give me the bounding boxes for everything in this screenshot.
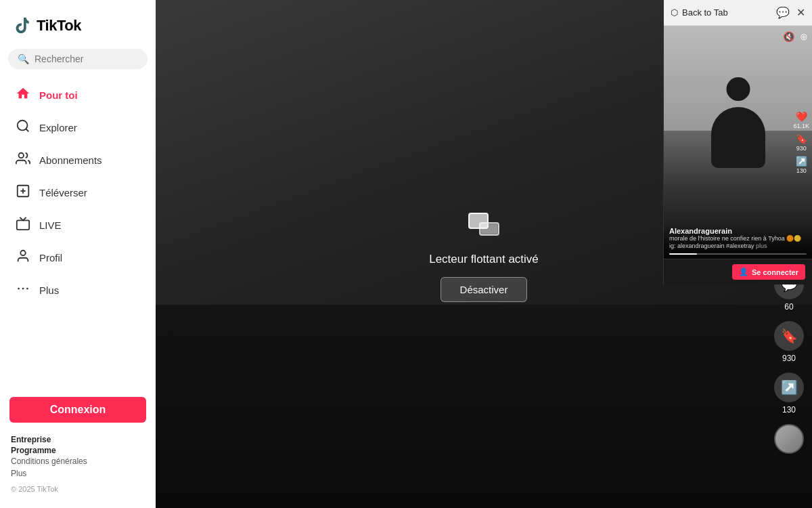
sidebar-item-abonnements[interactable]: Abonnements bbox=[4, 144, 152, 176]
svg-point-10 bbox=[26, 288, 28, 290]
pip-bottom-area: Alexandraguerain morale de l'histoire ne… bbox=[664, 223, 812, 259]
explorer-label: Explorer bbox=[39, 122, 77, 133]
live-label: LIVE bbox=[39, 219, 62, 231]
comment-count: 60 bbox=[784, 302, 793, 312]
back-icon: ⬡ bbox=[671, 7, 678, 18]
floating-player-icon bbox=[466, 207, 501, 242]
svg-point-8 bbox=[18, 288, 20, 290]
pip-share-button[interactable]: ↗️ 130 bbox=[796, 156, 807, 174]
profil-icon bbox=[15, 249, 31, 267]
svg-rect-0 bbox=[11, 15, 32, 37]
live-icon bbox=[15, 216, 31, 234]
share-button[interactable]: ↗️ 130 bbox=[774, 373, 804, 415]
se-connecter-button[interactable]: 👤 Se connecter bbox=[732, 264, 805, 280]
music-disc bbox=[774, 424, 804, 454]
search-input[interactable] bbox=[35, 54, 138, 64]
pip-volume-icon[interactable]: 🔇 bbox=[783, 31, 794, 42]
search-icon: 🔍 bbox=[18, 54, 29, 64]
floating-player-overlay: Lecteur flottant activé Désactiver bbox=[429, 207, 539, 302]
pip-video-area: 🔇 ⊕ ❤️ 61.1K 🔖 930 ↗️ 130 bbox=[664, 26, 812, 259]
back-to-tab-button[interactable]: ⬡ Back to Tab bbox=[671, 7, 728, 18]
floating-player-text: Lecteur flottant activé bbox=[429, 253, 539, 266]
footer-plus[interactable]: Plus bbox=[11, 469, 145, 478]
pip-controls-top: 🔇 ⊕ bbox=[783, 31, 808, 42]
svg-point-2 bbox=[19, 153, 24, 158]
svg-rect-13 bbox=[481, 224, 497, 234]
se-connecter-label: Se connecter bbox=[752, 268, 798, 276]
svg-point-9 bbox=[22, 288, 24, 290]
bookmark-button[interactable]: 🔖 930 bbox=[774, 321, 804, 363]
sidebar-item-explorer[interactable]: Explorer bbox=[4, 112, 152, 144]
sidebar-item-plus[interactable]: Plus bbox=[4, 274, 152, 306]
pip-panel: ⬡ Back to Tab 💬 ✕ 🔇 ⊕ bbox=[663, 0, 812, 284]
bookmark-icon: 🔖 bbox=[774, 321, 804, 351]
footer-programme[interactable]: Programme bbox=[11, 446, 145, 455]
sidebar: TikTok 🔍 Pour toi Explorer Abonnements bbox=[0, 0, 156, 508]
pip-header-icons: 💬 ✕ bbox=[776, 6, 805, 19]
back-to-tab-label: Back to Tab bbox=[682, 7, 728, 18]
explore-icon bbox=[15, 119, 31, 137]
pip-like-count: 61.1K bbox=[793, 123, 809, 129]
desactiver-button[interactable]: Désactiver bbox=[441, 277, 528, 302]
pip-bookmark-count: 930 bbox=[796, 145, 807, 152]
sidebar-item-live[interactable]: LIVE bbox=[4, 209, 152, 241]
plus-label: Plus bbox=[39, 284, 59, 296]
pour-toi-label: Pour toi bbox=[39, 89, 78, 101]
pip-bookmark-icon: 🔖 bbox=[796, 133, 807, 144]
profil-label: Profil bbox=[39, 252, 62, 263]
pip-share-icon: ↗️ bbox=[796, 156, 807, 167]
nav-items: Pour toi Explorer Abonnements Téléverser bbox=[0, 76, 156, 391]
sidebar-item-profil[interactable]: Profil bbox=[4, 242, 152, 274]
more-icon bbox=[15, 281, 31, 299]
pip-username: Alexandraguerain bbox=[669, 227, 807, 235]
footer-copyright: © 2025 TikTok bbox=[0, 481, 156, 500]
pip-bookmark-button[interactable]: 🔖 930 bbox=[796, 133, 807, 152]
pip-share-count: 130 bbox=[796, 167, 807, 174]
pip-header: ⬡ Back to Tab 💬 ✕ bbox=[664, 0, 812, 26]
se-connecter-icon: 👤 bbox=[739, 268, 748, 276]
pip-progress-bar[interactable] bbox=[669, 253, 807, 255]
main-video-area: Lecteur flottant activé Désactiver + ❤️ … bbox=[156, 0, 812, 508]
pip-desc-text: morale de l'histoire ne confiez rien à T… bbox=[669, 235, 801, 250]
logo-text: TikTok bbox=[37, 17, 81, 35]
share-icon: ↗️ bbox=[774, 373, 804, 402]
upload-icon bbox=[15, 184, 31, 202]
svg-rect-6 bbox=[17, 220, 29, 230]
sidebar-item-televerser[interactable]: Téléverser bbox=[4, 177, 152, 209]
pip-progress-fill bbox=[669, 253, 697, 255]
pip-chat-icon[interactable]: 💬 bbox=[776, 6, 790, 19]
share-count: 130 bbox=[782, 405, 796, 415]
pip-more-link[interactable]: plus bbox=[756, 242, 767, 249]
footer-conditions[interactable]: Conditions générales bbox=[11, 457, 145, 466]
pip-close-icon[interactable]: ✕ bbox=[796, 6, 805, 19]
logo-area: TikTok bbox=[0, 8, 156, 46]
svg-point-1 bbox=[18, 121, 28, 131]
televerser-label: Téléverser bbox=[39, 187, 87, 198]
pip-footer: 👤 Se connecter bbox=[664, 259, 812, 284]
bookmark-count: 930 bbox=[782, 354, 796, 363]
footer-links: Entreprise Programme Conditions générale… bbox=[0, 428, 156, 481]
follow-icon bbox=[15, 151, 31, 169]
search-box[interactable]: 🔍 bbox=[8, 49, 148, 69]
pip-description: morale de l'histoire ne confiez rien à T… bbox=[669, 235, 807, 251]
pip-right-actions: ❤️ 61.1K 🔖 930 ↗️ 130 bbox=[793, 111, 809, 174]
svg-point-7 bbox=[20, 251, 25, 255]
pip-heart-icon: ❤️ bbox=[796, 111, 807, 122]
abonnements-label: Abonnements bbox=[39, 154, 102, 166]
tiktok-logo-icon bbox=[11, 15, 32, 37]
sidebar-item-pour-toi[interactable]: Pour toi bbox=[4, 79, 152, 111]
connexion-button[interactable]: Connexion bbox=[9, 397, 146, 423]
pip-like-button[interactable]: ❤️ 61.1K bbox=[793, 111, 809, 129]
home-icon bbox=[15, 86, 31, 104]
pip-expand-icon[interactable]: ⊕ bbox=[800, 31, 808, 42]
footer-entreprise[interactable]: Entreprise bbox=[11, 435, 145, 444]
